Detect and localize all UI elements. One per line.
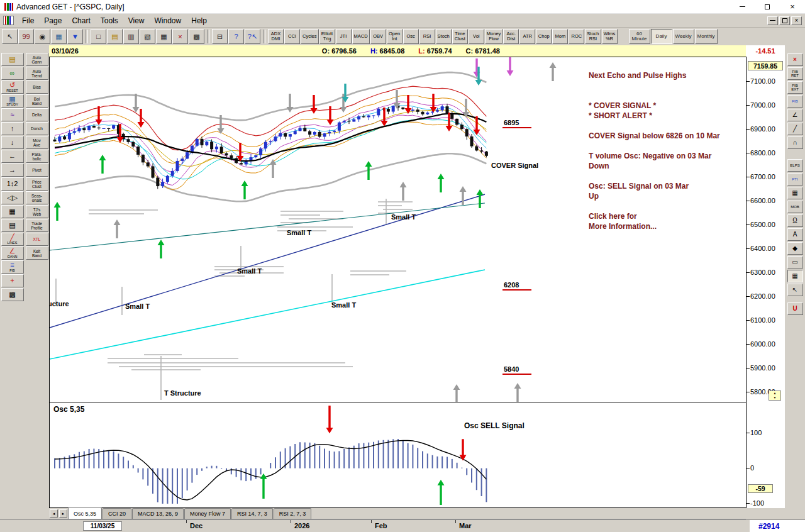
fib-retracement-button[interactable]: FIB RET xyxy=(787,67,803,80)
study-price-clust[interactable]: Price Clust xyxy=(26,177,48,191)
gann-angles-button[interactable]: ∠ xyxy=(787,109,803,121)
study-mov-ave[interactable]: Mov Ave xyxy=(26,136,48,149)
menu-view[interactable]: View xyxy=(123,14,150,27)
link-charts-icon[interactable]: ∞ xyxy=(1,67,24,80)
tj-web-icon[interactable]: ▦ xyxy=(1,205,24,218)
scale-up-icon[interactable]: ↑ xyxy=(1,122,24,135)
menu-window[interactable]: Window xyxy=(150,14,187,27)
tab-money-flow-7[interactable]: Money Flow 7 xyxy=(184,508,231,519)
indicator-roc[interactable]: ROC xyxy=(569,29,584,44)
scale-down-icon[interactable]: ↓ xyxy=(1,136,24,149)
pointer-tool-icon[interactable]: ↖ xyxy=(2,29,18,44)
study-para-bolic[interactable]: Para- bolic xyxy=(26,150,48,163)
text-tool-button[interactable]: A xyxy=(787,228,803,241)
indicator-mom[interactable]: Mom xyxy=(552,29,568,44)
help-icon[interactable]: ? xyxy=(228,29,244,44)
undo-button[interactable]: U xyxy=(787,302,803,315)
timeframe-60-minute[interactable]: 60 Minute xyxy=(629,29,650,44)
study-auto-gann[interactable]: Auto Gann xyxy=(26,53,48,66)
indicator-osc[interactable]: Osc xyxy=(403,29,419,44)
fib-extension-button[interactable]: FIB EXT xyxy=(787,81,803,94)
indicator-cci[interactable]: CCI xyxy=(284,29,300,44)
pti-button[interactable]: PTI xyxy=(787,173,803,186)
study-kelt-band[interactable]: Kelt Band xyxy=(26,247,48,260)
matrix-icon[interactable]: ▩ xyxy=(1,288,24,301)
indicator-stoch-rsi[interactable]: Stoch RSI xyxy=(585,29,601,44)
tile-windows-icon[interactable]: ▦ xyxy=(156,29,172,44)
grid-tool-button[interactable]: ▦ xyxy=(787,270,803,282)
tab-rsi-14-7-3[interactable]: RSI 14, 7, 3 xyxy=(231,508,273,519)
study-delta[interactable]: Delta xyxy=(26,108,48,121)
study-bol-band[interactable]: Bol Band xyxy=(26,94,48,108)
grid-page-icon[interactable]: ▦ xyxy=(51,29,67,44)
study-button[interactable]: ▦STUDY xyxy=(1,94,24,108)
tab-cci-20[interactable]: CCI 20 xyxy=(103,508,131,519)
menu-file[interactable]: File xyxy=(17,14,39,27)
indicator-chop[interactable]: Chop xyxy=(536,29,552,44)
indicator-jti[interactable]: JTI xyxy=(336,29,352,44)
study-tj-s-web[interactable]: TJ's Web xyxy=(26,205,48,218)
commentary-link[interactable]: More Information... xyxy=(589,222,657,231)
compare-icon[interactable]: ◁▷ xyxy=(1,191,24,204)
indicator-adx-dmi[interactable]: ADX DMI xyxy=(268,29,284,44)
open-study-icon[interactable]: ▤ xyxy=(1,53,24,66)
axis-zoom-spinner[interactable]: ▲▼ xyxy=(769,391,781,401)
menu-page[interactable]: Page xyxy=(39,14,67,27)
study-trade-profile[interactable]: Trade Profile xyxy=(26,219,48,232)
eraser-button[interactable]: ▭ xyxy=(787,256,803,269)
indicator-stoch[interactable]: Stoch xyxy=(436,29,452,44)
calculator-button[interactable]: ▦ xyxy=(787,187,803,199)
study-auto-trend[interactable]: Auto Trend xyxy=(26,67,48,80)
timeframe-monthly[interactable]: Monthly xyxy=(695,29,718,44)
indicator-cycles[interactable]: Cycles xyxy=(301,29,319,44)
timeframe-daily[interactable]: Daily xyxy=(651,29,672,44)
commentary-link[interactable]: Click here for xyxy=(589,212,637,221)
indicator-rsi[interactable]: RSI xyxy=(419,29,435,44)
price-chart[interactable]: COVER SignalSmall TSmall TSmall TSmall T… xyxy=(49,57,746,402)
tab-scroll-right[interactable]: ► xyxy=(59,509,67,518)
study-donch[interactable]: Donch xyxy=(26,122,48,135)
lines-button[interactable]: ╱LINES xyxy=(1,233,24,246)
window-restore-button[interactable] xyxy=(755,0,780,13)
gann-button[interactable]: ∠GANN xyxy=(1,247,24,260)
child-minimize-button[interactable] xyxy=(767,16,778,25)
window-minimize-button[interactable] xyxy=(730,0,755,13)
elliott-waves-icon[interactable]: ≈ xyxy=(1,108,24,121)
menu-chart[interactable]: Chart xyxy=(67,14,95,27)
copy-page-icon[interactable]: ▥ xyxy=(123,29,139,44)
scroll-left-icon[interactable]: ← xyxy=(1,150,24,163)
indicator-atr[interactable]: ATR xyxy=(519,29,535,44)
study-pivot[interactable]: Pivot xyxy=(26,163,48,177)
indicator-acc-dist[interactable]: Acc. Dist xyxy=(503,29,519,44)
arc-button[interactable]: ∩ xyxy=(787,136,803,149)
pages-icon[interactable]: ▧ xyxy=(140,29,155,44)
open-page-icon[interactable]: ▤ xyxy=(107,29,123,44)
indicator-macd[interactable]: MACD xyxy=(352,29,370,44)
oscillator-panel[interactable]: Osc 5,35 Osc SELL Signal xyxy=(49,402,746,508)
paint-button[interactable]: ◆ xyxy=(787,242,803,255)
trade-profile-icon[interactable]: ▤ xyxy=(1,219,24,232)
window-close-button[interactable]: × xyxy=(780,0,805,13)
scroll-right-icon[interactable]: → xyxy=(1,163,24,177)
bar-spacing-icon[interactable]: 1↕2 xyxy=(1,177,24,191)
menu-tools[interactable]: Tools xyxy=(96,14,123,27)
indicator-elliott-trig[interactable]: Elliott Trig xyxy=(319,29,335,44)
close-page-icon[interactable]: × xyxy=(172,29,188,44)
quotes-icon[interactable]: 99 xyxy=(18,29,34,44)
indicator-money-flow[interactable]: Money Flow xyxy=(485,29,503,44)
draw-cross-icon[interactable]: + xyxy=(1,274,24,287)
pointer-button[interactable]: ↖ xyxy=(787,284,803,296)
ellipse-button[interactable]: ELPS xyxy=(787,159,803,172)
indicator-wlms-r[interactable]: Wlms %R xyxy=(602,29,618,44)
layout-icon[interactable]: ▩ xyxy=(189,29,204,44)
study-bias[interactable]: Bias xyxy=(26,80,48,94)
child-close-button[interactable]: × xyxy=(791,16,802,25)
indicator-obv[interactable]: OBV xyxy=(370,29,386,44)
indicator-open-int[interactable]: Open Int xyxy=(387,29,402,44)
study-seas-onals[interactable]: Seas- onals xyxy=(26,191,48,204)
menu-help[interactable]: Help xyxy=(186,14,212,27)
context-help-icon[interactable]: ?↖ xyxy=(245,29,260,44)
trendline-button[interactable]: ╱ xyxy=(787,123,803,135)
zoom-icon[interactable]: ◉ xyxy=(35,29,50,44)
tab-macd-13-26-9[interactable]: MACD 13, 26, 9 xyxy=(132,508,184,519)
